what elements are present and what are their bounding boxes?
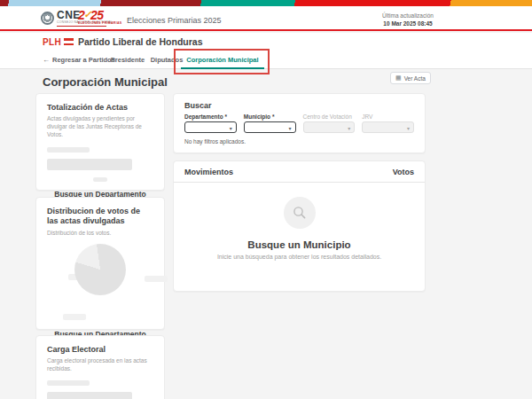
search-icon	[284, 197, 316, 229]
skeleton-bar	[47, 380, 90, 386]
last-update-label: Última actualización	[368, 12, 448, 20]
header: CNE CONSEJO NACIONAL ELECTORAL 2 ✓ 25 EL…	[0, 6, 532, 31]
card-totalizacion-actas: Totalización de Actas Actas divulgadas y…	[35, 93, 165, 191]
cne-logo-underline	[57, 26, 106, 27]
filter-municipio: Municipio * ▾	[244, 113, 296, 133]
chevron-down-icon: ▾	[348, 124, 350, 130]
logo-2025-caption: ELECCIONES PRIMARIAS	[78, 22, 121, 26]
cne-emblem-icon	[41, 12, 54, 25]
results-panel: Movimientos Votos Busque un Municipio In…	[173, 160, 426, 292]
skeleton-bar	[47, 159, 132, 170]
app-window: CNE CONSEJO NACIONAL ELECTORAL 2 ✓ 25 EL…	[0, 0, 532, 399]
back-link-label: Regresar a Partidos	[52, 56, 115, 64]
card-subtitle: Actas divulgadas y pendientes por divulg…	[47, 114, 153, 138]
filter-label: JRV	[362, 113, 414, 120]
brand-color-stripe	[0, 0, 532, 6]
ver-acta-button[interactable]: ▦ Ver Acta	[390, 72, 431, 84]
skeleton-chip	[63, 314, 86, 320]
filter-label: Municipio *	[244, 113, 296, 120]
filter-centro-votacion: Centro de Votación ▾	[303, 113, 356, 133]
ver-acta-label: Ver Acta	[404, 75, 426, 82]
party-bar: PLH Partido Liberal de Honduras	[0, 33, 532, 51]
party-flag-icon	[64, 38, 74, 45]
filter-label: Departamento *	[184, 113, 237, 120]
empty-state-subtitle: Inicie una búsqueda para obtener los res…	[174, 254, 425, 260]
card-title: Distribucion de votos de las actas divul…	[47, 207, 153, 227]
pie-chart-skeleton	[47, 240, 153, 322]
filter-departamento: Departamento * ▾	[184, 113, 237, 133]
last-update-value: 10 Mar 2025 08:45	[368, 20, 448, 27]
search-panel-title: Buscar	[184, 101, 414, 110]
chevron-down-icon: ▾	[288, 124, 291, 130]
party-name: Partido Liberal de Honduras	[78, 36, 203, 47]
pie-chart-placeholder	[74, 244, 126, 295]
no-filters-message: No hay filtros aplicados.	[184, 138, 414, 145]
party-code: PLH	[43, 37, 61, 47]
results-empty-state: Busque un Municipio Inicie una búsqueda …	[174, 183, 425, 260]
back-arrow-icon: ←	[43, 56, 50, 64]
municipio-select[interactable]: ▾	[244, 121, 296, 133]
tabs-row: ← Regresar a Partidos Presidente Diputad…	[0, 51, 532, 69]
filter-label: Centro de Votación	[303, 113, 356, 120]
column-header-movimientos: Movimientos	[184, 168, 233, 176]
results-header: Movimientos Votos	[174, 161, 425, 183]
skeleton-bar	[93, 177, 107, 182]
skeleton-chip	[145, 276, 168, 282]
empty-state-title: Busque un Municipio	[174, 239, 425, 250]
site-title: Elecciones Primarias 2025	[127, 16, 222, 25]
column-header-votos: Votos	[393, 168, 414, 176]
card-subtitle: Carga electoral procesada en las actas r…	[47, 356, 153, 372]
skeleton-bar	[47, 392, 132, 399]
logo-2025-right: 25	[90, 9, 104, 21]
departamento-select[interactable]: ▾	[184, 121, 237, 133]
chevron-down-icon: ▾	[407, 124, 410, 130]
last-update: Última actualización 10 Mar 2025 08:45	[368, 12, 448, 27]
card-distribucion-votos: Distribucion de votos de las actas divul…	[35, 197, 165, 330]
tab-corporacion-municipal[interactable]: Corporación Municipal	[181, 51, 264, 69]
search-panel: Buscar Departamento * ▾ Municipio * ▾ Ce…	[173, 93, 426, 153]
elections-2025-logo: 2 ✓ 25 ELECCIONES PRIMARIAS	[78, 9, 121, 26]
card-title: Carga Electoral	[47, 345, 153, 355]
filter-jrv: JRV ▾	[362, 113, 414, 133]
card-subtitle: Distribución de los votos.	[47, 229, 153, 237]
tab-diputados[interactable]: Diputados	[149, 51, 184, 69]
chevron-down-icon: ▾	[230, 124, 232, 130]
jrv-select: ▾	[362, 121, 414, 133]
tab-presidente[interactable]: Presidente	[108, 51, 147, 69]
back-to-parties-link[interactable]: ← Regresar a Partidos	[43, 56, 115, 64]
skeleton-bar	[47, 147, 90, 153]
acta-grid-icon: ▦	[395, 74, 402, 82]
card-title: Totalización de Actas	[47, 103, 153, 113]
centro-votacion-select: ▾	[303, 121, 356, 133]
page-title: Corporación Municipal	[43, 75, 168, 89]
card-carga-electoral: Carga Electoral Carga electoral procesad…	[35, 335, 165, 399]
